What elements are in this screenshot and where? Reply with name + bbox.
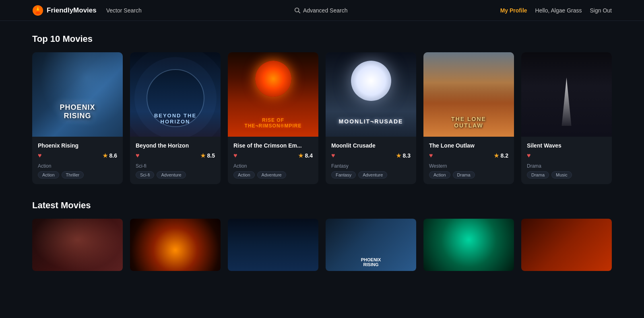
genre-tags: FantasyAdventure	[331, 171, 411, 178]
star-icon: ★	[200, 152, 206, 159]
movie-card[interactable]: Silent Waves ♥ Drama DramaMusic	[521, 52, 612, 184]
genre-primary: Fantasy	[331, 163, 411, 169]
latest-movie-poster	[228, 219, 318, 271]
star-icon: ★	[103, 152, 108, 159]
rating-value: 8.6	[109, 152, 117, 159]
latest-movie-poster	[130, 219, 221, 271]
movie-title: Silent Waves	[527, 142, 606, 149]
movie-poster	[228, 52, 318, 137]
genre-tag: Adventure	[257, 171, 286, 178]
rating-value: 8.5	[207, 152, 215, 159]
heart-icon[interactable]: ♥	[527, 152, 531, 159]
my-profile-link[interactable]: My Profile	[500, 7, 527, 14]
movie-info: Beyond the Horizon ♥ ★8.5 Sci-fi Sci-fiA…	[130, 137, 221, 184]
genre-tag: Action	[429, 171, 450, 178]
top10-movies-row: Phoenix Rising ♥ ★8.6 Action ActionThril…	[32, 52, 612, 184]
latest-movie-card[interactable]	[32, 219, 123, 271]
movie-meta: ♥	[527, 152, 606, 159]
movie-title: Phoenix Rising	[38, 142, 117, 149]
movie-meta: ♥ ★8.6	[38, 152, 117, 159]
movie-meta: ♥ ★8.4	[233, 152, 313, 159]
movie-meta: ♥ ★8.2	[429, 152, 508, 159]
nav-right: My Profile Hello, Algae Grass Sign Out	[500, 7, 612, 14]
latest-title: Latest Movies	[32, 200, 612, 211]
genre-tag: Music	[551, 171, 572, 178]
latest-movie-card[interactable]	[130, 219, 221, 271]
genre-tag: Drama	[453, 171, 475, 178]
star-icon: ★	[494, 152, 499, 159]
movie-info: Silent Waves ♥ Drama DramaMusic	[521, 137, 612, 184]
genre-tag: Adventure	[358, 171, 387, 178]
main-content: Top 10 Movies Phoenix Rising ♥ ★8.6 Acti…	[0, 21, 644, 284]
logo[interactable]: FriendlyMovies	[32, 5, 97, 16]
genre-tags: ActionThriller	[38, 171, 117, 178]
genre-tags: DramaMusic	[527, 171, 606, 178]
movie-poster	[32, 52, 123, 137]
rating-value: 8.4	[305, 152, 313, 159]
movie-info: The Lone Outlaw ♥ ★8.2 Western ActionDra…	[423, 137, 514, 184]
latest-movie-card[interactable]	[228, 219, 318, 271]
genre-tags: ActionDrama	[429, 171, 508, 178]
top10-title: Top 10 Movies	[32, 34, 612, 44]
genre-tag: Fantasy	[331, 171, 356, 178]
svg-point-1	[35, 12, 40, 14]
movie-card[interactable]: Beyond the Horizon ♥ ★8.5 Sci-fi Sci-fiA…	[130, 52, 221, 184]
movie-card[interactable]: Moonlit Crusade ♥ ★8.3 Fantasy FantasyAd…	[326, 52, 416, 184]
movie-card[interactable]: Phoenix Rising ♥ ★8.6 Action ActionThril…	[32, 52, 123, 184]
latest-movie-poster	[326, 219, 416, 271]
latest-movie-card[interactable]	[326, 219, 416, 271]
movie-poster	[423, 52, 514, 137]
movie-card[interactable]: Rise of the Crimson Em... ♥ ★8.4 Action …	[228, 52, 318, 184]
latest-movie-card[interactable]	[521, 219, 612, 271]
movie-info: Rise of the Crimson Em... ♥ ★8.4 Action …	[228, 137, 318, 184]
latest-movie-poster	[423, 219, 514, 271]
movie-poster	[130, 52, 221, 137]
logo-text: FriendlyMovies	[47, 6, 97, 14]
genre-primary: Drama	[527, 163, 606, 169]
sign-out-button[interactable]: Sign Out	[590, 7, 612, 14]
movie-title: The Lone Outlaw	[429, 142, 508, 149]
rating-value: 8.3	[403, 152, 411, 159]
vector-search-link[interactable]: Vector Search	[106, 7, 142, 14]
genre-tag: Adventure	[157, 171, 186, 178]
genre-tag: Action	[233, 171, 255, 178]
genre-tags: ActionAdventure	[233, 171, 313, 178]
movie-poster	[521, 52, 612, 137]
heart-icon[interactable]: ♥	[429, 152, 433, 159]
movie-title: Moonlit Crusade	[331, 142, 411, 149]
latest-movie-poster	[32, 219, 123, 271]
latest-movies-row	[32, 219, 612, 271]
movie-info: Phoenix Rising ♥ ★8.6 Action ActionThril…	[32, 137, 123, 184]
genre-primary: Action	[233, 163, 313, 169]
movie-meta: ♥ ★8.3	[331, 152, 411, 159]
latest-movie-card[interactable]	[423, 219, 514, 271]
star-icon: ★	[396, 152, 401, 159]
movie-rating: ★8.4	[298, 152, 313, 159]
genre-primary: Western	[429, 163, 508, 169]
svg-line-4	[298, 11, 300, 13]
movie-rating: ★8.6	[103, 152, 117, 159]
movie-rating: ★8.3	[396, 152, 411, 159]
heart-icon[interactable]: ♥	[136, 152, 140, 159]
advanced-search-button[interactable]: Advanced Search	[294, 7, 348, 14]
heart-icon[interactable]: ♥	[233, 152, 237, 159]
genre-tag: Drama	[527, 171, 549, 178]
movie-meta: ♥ ★8.5	[136, 152, 215, 159]
genre-tag: Thriller	[62, 171, 84, 178]
genre-tag: Sci-fi	[136, 171, 154, 178]
star-icon: ★	[298, 152, 303, 159]
genre-tags: Sci-fiAdventure	[136, 171, 215, 178]
movie-card[interactable]: The Lone Outlaw ♥ ★8.2 Western ActionDra…	[423, 52, 514, 184]
rating-value: 8.2	[501, 152, 508, 159]
movie-rating: ★8.5	[200, 152, 215, 159]
movie-title: Rise of the Crimson Em...	[233, 142, 313, 149]
heart-icon[interactable]: ♥	[331, 152, 335, 159]
genre-primary: Action	[38, 163, 117, 169]
greeting-text: Hello, Algae Grass	[535, 7, 582, 14]
advanced-search-label: Advanced Search	[303, 7, 348, 14]
logo-icon	[32, 5, 43, 16]
genre-tag: Action	[38, 171, 59, 178]
heart-icon[interactable]: ♥	[38, 152, 42, 159]
movie-poster	[326, 52, 416, 137]
search-icon	[294, 7, 301, 14]
